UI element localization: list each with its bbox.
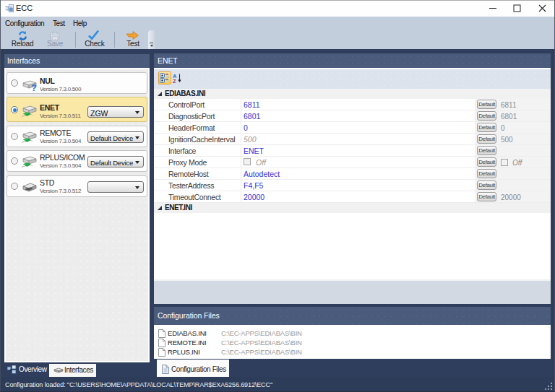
svg-text:Z: Z (173, 78, 176, 84)
svg-text:?: ? (31, 82, 37, 93)
